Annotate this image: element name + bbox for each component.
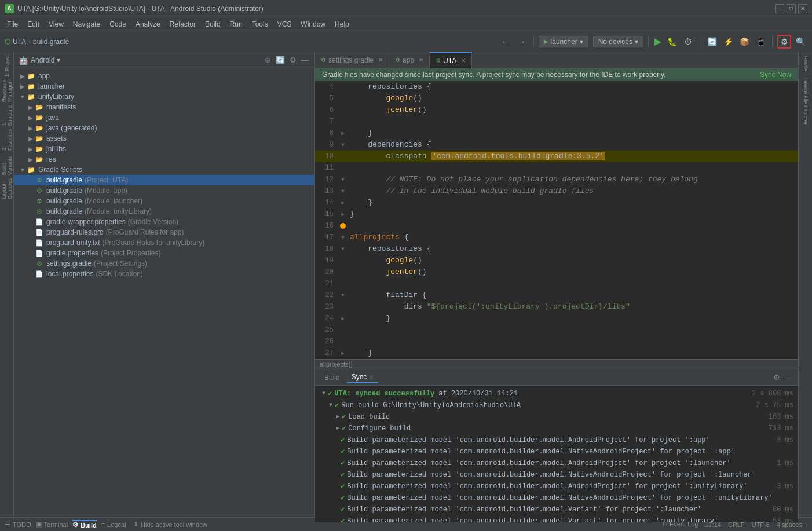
profile-button[interactable]: ⏱ — [681, 35, 695, 49]
tree-item-app[interactable]: ▶ 📁 app — [14, 71, 314, 81]
project-settings-button[interactable]: ⚙ — [288, 54, 298, 65]
menu-code[interactable]: Code — [105, 19, 131, 30]
tree-item-assets[interactable]: ▶ 📂 assets — [14, 133, 314, 144]
fold-btn-9[interactable]: ▼ — [341, 142, 345, 148]
menu-file[interactable]: File — [2, 19, 23, 30]
breadcrumb-project[interactable]: UTA — [13, 38, 26, 46]
device-file-explorer-button[interactable]: Device File Explorer — [803, 75, 809, 129]
tab-build[interactable]: Build — [320, 372, 345, 383]
tree-item-res[interactable]: ▶ 📂 res — [14, 154, 314, 164]
tree-item-jnilibs[interactable]: ▶ 📂 jniLibs — [14, 144, 314, 154]
fold-btn-8[interactable]: ▶ — [341, 130, 345, 137]
menu-run[interactable]: Run — [225, 19, 247, 30]
close-button[interactable]: ✕ — [798, 4, 807, 13]
tree-item-proguard-rules[interactable]: ▶ 📄 proguard-rules.pro (ProGuard Rules f… — [14, 227, 314, 237]
tree-item-launcher[interactable]: ▶ 📁 launcher — [14, 81, 314, 91]
fold-btn-24[interactable]: ▶ — [341, 315, 345, 322]
tab-app[interactable]: ⚙ app ✕ — [389, 52, 430, 68]
tree-item-build-gradle-launcher[interactable]: ▶ ⚙ build.gradle (Module: launcher) — [14, 196, 314, 206]
back-button[interactable]: ← — [499, 35, 513, 49]
sidebar-project-button[interactable]: 1: Project — [1, 54, 13, 78]
fold-btn-27[interactable]: ▶ — [341, 350, 345, 357]
menu-analyze[interactable]: Analyze — [131, 19, 165, 30]
indent-indicator[interactable]: 4 spaces ÷ — [777, 521, 807, 528]
minimize-button[interactable]: — — [775, 4, 784, 13]
tree-item-proguard-unity[interactable]: ▶ 📄 proguard-unity.txt (ProGuard Rules f… — [14, 237, 314, 248]
sidebar-structure-button[interactable]: 2: Structure — [1, 103, 13, 126]
tree-item-local-properties[interactable]: ▶ 📄 local.properties (SDK Location) — [14, 269, 314, 279]
settings-button[interactable]: ⚙ — [777, 35, 791, 49]
tab-sync-close[interactable]: ✕ — [369, 374, 374, 380]
tree-item-gradle-properties[interactable]: ▶ 📄 gradle.properties (Project Propertie… — [14, 248, 314, 258]
sidebar-resource-button[interactable]: Resource Manager — [1, 79, 13, 102]
sidebar-favorites-button[interactable]: 2: Favorites — [1, 127, 13, 151]
minimize-panel-button[interactable]: — — [300, 54, 310, 65]
bottom-minimize-button[interactable]: — — [784, 372, 793, 383]
menu-view[interactable]: View — [44, 19, 68, 30]
sync-button[interactable]: 🔄 — [705, 35, 719, 49]
breadcrumb-file[interactable]: build.gradle — [33, 38, 69, 46]
tab-uta[interactable]: ⚙ UTA ✕ — [430, 52, 472, 68]
terminal-button[interactable]: ▣ Terminal — [36, 521, 68, 528]
tree-item-build-gradle-project[interactable]: ▶ ⚙ build.gradle (Project: UTA) — [14, 175, 314, 185]
tab-close-settings[interactable]: ✕ — [378, 57, 383, 63]
code-editor[interactable]: 4 repositories { 5 google() 6 jcenter() — [315, 81, 798, 359]
build-expand-1[interactable]: ▼ — [322, 389, 325, 399]
android-dropdown-arrow[interactable]: ▾ — [57, 56, 60, 64]
tab-sync[interactable]: Sync ✕ — [347, 372, 378, 383]
tab-settings-gradle[interactable]: ⚙ settings.gradle ✕ — [315, 52, 389, 68]
tree-item-build-gradle-app[interactable]: ▶ ⚙ build.gradle (Module: app) — [14, 185, 314, 196]
tree-item-settings-gradle[interactable]: ▶ ⚙ settings.gradle (Project Settings) — [14, 258, 314, 269]
sync-project-button[interactable]: 🔄 — [275, 54, 286, 65]
add-config-button[interactable]: ⊕ — [264, 54, 272, 65]
fold-btn-13[interactable]: ▼ — [341, 188, 345, 195]
debug-button[interactable]: 🐛 — [665, 35, 679, 49]
fold-btn-22[interactable]: ▼ — [341, 292, 345, 299]
build-expand-4[interactable]: ▶ — [336, 423, 339, 434]
tree-item-gradle-scripts[interactable]: ▼ 📁 Gradle Scripts — [14, 164, 314, 175]
tab-close-app[interactable]: ✕ — [419, 57, 423, 63]
run-button[interactable]: ▶ — [653, 35, 663, 48]
run-config-dropdown[interactable]: ▶ launcher ▾ — [539, 36, 588, 47]
sidebar-captures-button[interactable]: Layout Captures — [1, 176, 13, 199]
sdk-manager-button[interactable]: 📦 — [737, 35, 751, 49]
tree-item-build-gradle-unity[interactable]: ▶ ⚙ build.gradle (Module: unityLibrary) — [14, 206, 314, 217]
tab-close-uta[interactable]: ✕ — [461, 57, 466, 64]
search-everywhere-button[interactable]: 🔍 — [793, 35, 807, 49]
event-log-button[interactable]: ⚐ Event Log — [662, 521, 698, 528]
build-button[interactable]: ⚙ Build — [72, 520, 97, 529]
crlf-indicator[interactable]: CRLF — [728, 521, 745, 528]
menu-refactor[interactable]: Refactor — [165, 19, 200, 30]
build-output[interactable]: ▼ ✔ UTA: synced successfully at 2020/10/… — [315, 386, 798, 522]
todo-button[interactable]: ☰ TODO — [5, 521, 31, 528]
menu-help[interactable]: Help — [330, 19, 354, 30]
sync-now-button[interactable]: Sync Now — [760, 71, 791, 79]
maximize-button[interactable]: □ — [787, 4, 796, 13]
fold-btn-12[interactable]: ▼ — [341, 177, 345, 183]
tree-item-java-gen[interactable]: ▶ 📂 java (generated) — [14, 123, 314, 133]
logcat-button[interactable]: ≡ Logcat — [101, 521, 126, 528]
invalidate-button[interactable]: ⚡ — [721, 35, 735, 49]
hide-window-button[interactable]: ⬇ Hide active tool window — [133, 521, 207, 528]
menu-vcs[interactable]: VCS — [273, 19, 297, 30]
avd-manager-button[interactable]: 📱 — [754, 35, 767, 49]
encoding-indicator[interactable]: UTF-8 — [752, 521, 770, 528]
sidebar-buildvariants-button[interactable]: Build Variants — [1, 152, 13, 175]
gradle-sidebar-button[interactable]: Gradle — [803, 52, 809, 75]
menu-edit[interactable]: Edit — [23, 19, 44, 30]
build-expand-2[interactable]: ▼ — [329, 400, 332, 411]
bottom-settings-button[interactable]: ⚙ — [772, 372, 781, 383]
menu-build[interactable]: Build — [200, 19, 225, 30]
tree-item-java[interactable]: ▶ 📂 java — [14, 112, 314, 123]
fold-btn-14[interactable]: ▶ — [341, 199, 345, 206]
build-expand-3[interactable]: ▶ — [336, 412, 339, 422]
menu-window[interactable]: Window — [296, 19, 330, 30]
fold-btn-18[interactable]: ▼ — [341, 246, 345, 252]
tree-item-unitylibrary[interactable]: ▼ 📁 unityLibrary — [14, 91, 314, 102]
tree-item-manifests[interactable]: ▶ 📂 manifests — [14, 102, 314, 112]
menu-navigate[interactable]: Navigate — [68, 19, 105, 30]
fold-btn-15[interactable]: ▶ — [341, 211, 345, 218]
device-dropdown[interactable]: No devices ▾ — [593, 36, 643, 47]
fold-btn-17[interactable]: ▼ — [341, 235, 345, 241]
forward-button[interactable]: → — [515, 35, 529, 49]
